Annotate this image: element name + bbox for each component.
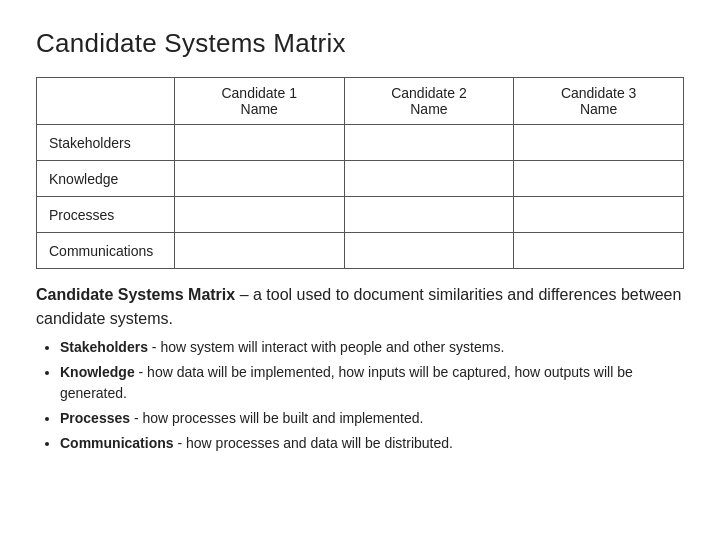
bullet-list: Stakeholders - how system will interact … xyxy=(60,337,684,454)
cell-k2 xyxy=(344,161,514,197)
cell-c2 xyxy=(344,233,514,269)
col-header-candidate3: Candidate 3Name xyxy=(514,78,684,125)
list-item: Knowledge - how data will be implemented… xyxy=(60,362,684,404)
row-label-knowledge: Knowledge xyxy=(37,161,175,197)
description-bold-title: Candidate Systems Matrix xyxy=(36,286,235,303)
list-item: Stakeholders - how system will interact … xyxy=(60,337,684,358)
cell-s2 xyxy=(344,125,514,161)
cell-s3 xyxy=(514,125,684,161)
col-header-candidate2: Candidate 2Name xyxy=(344,78,514,125)
table-row: Stakeholders xyxy=(37,125,684,161)
description-intro: Candidate Systems Matrix – a tool used t… xyxy=(36,283,684,331)
description-block: Candidate Systems Matrix – a tool used t… xyxy=(36,283,684,454)
col-header-candidate1: Candidate 1Name xyxy=(174,78,344,125)
cell-c3 xyxy=(514,233,684,269)
bullet-bold-stakeholders: Stakeholders xyxy=(60,339,148,355)
candidate-systems-matrix-table: Candidate 1Name Candidate 2Name Candidat… xyxy=(36,77,684,269)
bullet-text-processes: - how processes will be built and implem… xyxy=(130,410,423,426)
cell-p1 xyxy=(174,197,344,233)
bullet-text-knowledge: - how data will be implemented, how inpu… xyxy=(60,364,633,401)
table-row: Processes xyxy=(37,197,684,233)
row-label-stakeholders: Stakeholders xyxy=(37,125,175,161)
cell-k1 xyxy=(174,161,344,197)
page-title: Candidate Systems Matrix xyxy=(36,28,684,59)
list-item: Processes - how processes will be built … xyxy=(60,408,684,429)
bullet-text-stakeholders: - how system will interact with people a… xyxy=(148,339,504,355)
bullet-bold-knowledge: Knowledge xyxy=(60,364,135,380)
cell-p3 xyxy=(514,197,684,233)
bullet-bold-communications: Communications xyxy=(60,435,174,451)
cell-p2 xyxy=(344,197,514,233)
table-row: Communications xyxy=(37,233,684,269)
col-header-empty xyxy=(37,78,175,125)
cell-c1 xyxy=(174,233,344,269)
cell-k3 xyxy=(514,161,684,197)
cell-s1 xyxy=(174,125,344,161)
table-row: Knowledge xyxy=(37,161,684,197)
row-label-communications: Communications xyxy=(37,233,175,269)
row-label-processes: Processes xyxy=(37,197,175,233)
list-item: Communications - how processes and data … xyxy=(60,433,684,454)
bullet-bold-processes: Processes xyxy=(60,410,130,426)
bullet-text-communications: - how processes and data will be distrib… xyxy=(174,435,453,451)
